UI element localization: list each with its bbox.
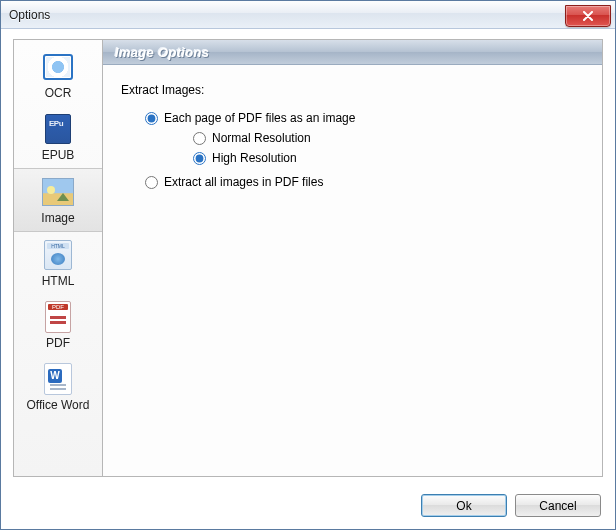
sidebar-item-label: HTML bbox=[16, 274, 100, 288]
content-panel: Image Options Extract Images: Each page … bbox=[103, 39, 603, 477]
radio-each-page[interactable] bbox=[145, 112, 158, 125]
sidebar-item-ocr[interactable]: OCR bbox=[14, 44, 102, 106]
option-extract-all[interactable]: Extract all images in PDF files bbox=[145, 175, 584, 189]
sidebar-item-pdf[interactable]: PDF bbox=[14, 294, 102, 356]
option-label: High Resolution bbox=[212, 151, 297, 165]
panel-title: Image Options bbox=[103, 40, 602, 65]
cancel-button[interactable]: Cancel bbox=[515, 494, 601, 517]
options-window: Options OCR EPUB Image bbox=[0, 0, 616, 530]
sidebar: OCR EPUB Image HTML PDF bbox=[13, 39, 103, 477]
option-normal-res[interactable]: Normal Resolution bbox=[193, 131, 584, 145]
extract-images-label: Extract Images: bbox=[121, 83, 584, 97]
radio-extract-all[interactable] bbox=[145, 176, 158, 189]
client-area: OCR EPUB Image HTML PDF bbox=[1, 29, 615, 529]
html-icon bbox=[41, 238, 75, 272]
sidebar-item-image[interactable]: Image bbox=[14, 168, 102, 232]
sidebar-item-label: PDF bbox=[16, 336, 100, 350]
dialog-buttons: Ok Cancel bbox=[421, 494, 601, 517]
radio-normal-res[interactable] bbox=[193, 132, 206, 145]
option-high-res[interactable]: High Resolution bbox=[193, 151, 584, 165]
image-icon bbox=[41, 175, 75, 209]
sidebar-item-label: Image bbox=[16, 211, 100, 225]
option-each-page[interactable]: Each page of PDF files as an image bbox=[145, 111, 584, 125]
sidebar-item-office-word[interactable]: Office Word bbox=[14, 356, 102, 418]
ocr-icon bbox=[41, 50, 75, 84]
option-label: Normal Resolution bbox=[212, 131, 311, 145]
close-button[interactable] bbox=[565, 5, 611, 27]
window-title: Options bbox=[9, 8, 50, 22]
sidebar-item-html[interactable]: HTML bbox=[14, 232, 102, 294]
titlebar: Options bbox=[1, 1, 615, 29]
option-label: Extract all images in PDF files bbox=[164, 175, 323, 189]
main-layout: OCR EPUB Image HTML PDF bbox=[13, 39, 603, 477]
ok-button[interactable]: Ok bbox=[421, 494, 507, 517]
sidebar-item-label: OCR bbox=[16, 86, 100, 100]
sidebar-item-label: Office Word bbox=[16, 398, 100, 412]
radio-high-res[interactable] bbox=[193, 152, 206, 165]
panel-body: Extract Images: Each page of PDF files a… bbox=[103, 65, 602, 213]
option-label: Each page of PDF files as an image bbox=[164, 111, 355, 125]
word-icon bbox=[41, 362, 75, 396]
epub-icon bbox=[41, 112, 75, 146]
pdf-icon bbox=[41, 300, 75, 334]
sidebar-item-epub[interactable]: EPUB bbox=[14, 106, 102, 168]
close-icon bbox=[582, 11, 594, 21]
sidebar-item-label: EPUB bbox=[16, 148, 100, 162]
